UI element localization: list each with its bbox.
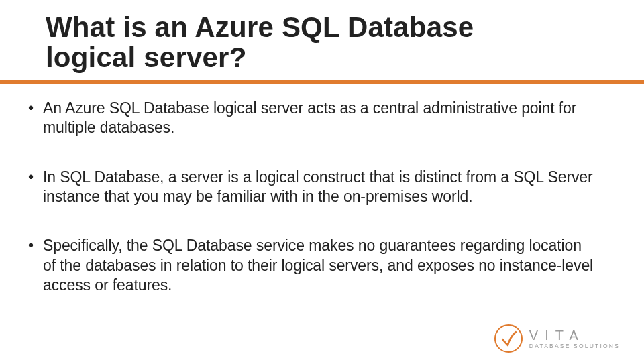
brand-logo: VITA DATABASE SOLUTIONS: [494, 324, 620, 353]
slide-title: What is an Azure SQL Database logical se…: [27, 12, 617, 73]
bullet-list: • An Azure SQL Database logical server a…: [27, 99, 617, 296]
bullet-marker: •: [27, 99, 43, 138]
bullet-text: Specifically, the SQL Database service m…: [43, 236, 597, 295]
bullet-marker: •: [27, 236, 43, 295]
bullet-text: An Azure SQL Database logical server act…: [43, 99, 597, 138]
bullet-marker: •: [27, 168, 43, 207]
bullet-item: • An Azure SQL Database logical server a…: [27, 99, 597, 138]
bullet-text: In SQL Database, a server is a logical c…: [43, 168, 597, 207]
logo-subtitle: DATABASE SOLUTIONS: [529, 343, 620, 349]
bullet-item: • In SQL Database, a server is a logical…: [27, 168, 597, 207]
bullet-item: • Specifically, the SQL Database service…: [27, 236, 597, 295]
logo-mark-icon: [494, 324, 523, 353]
logo-brand-name: VITA: [529, 328, 620, 342]
logo-text: VITA DATABASE SOLUTIONS: [529, 328, 620, 349]
title-divider: [0, 80, 644, 84]
checkmark-swoosh-icon: [500, 330, 517, 347]
slide: What is an Azure SQL Database logical se…: [0, 0, 644, 362]
